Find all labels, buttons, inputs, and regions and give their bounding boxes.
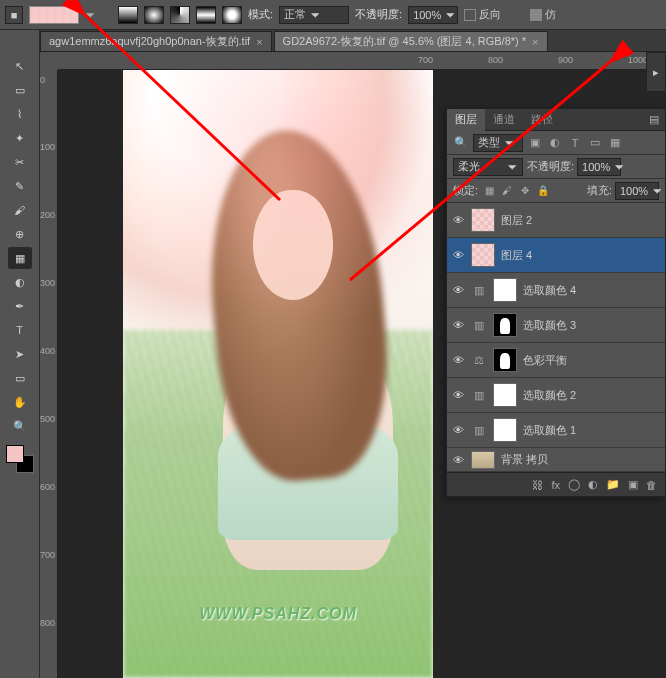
ruler-tick: 800 — [488, 55, 503, 65]
layer-row[interactable]: 👁 ▥ 选取颜色 1 — [447, 413, 665, 448]
mask-thumbnail[interactable] — [493, 383, 517, 407]
zoom-tool-icon[interactable]: 🔍 — [8, 415, 32, 437]
ruler-tick: 800 — [40, 618, 55, 628]
lasso-tool-icon[interactable]: ⌇ — [8, 103, 32, 125]
collapsed-panel-icon[interactable]: ▸ — [646, 52, 666, 92]
filter-type-dropdown[interactable]: 类型⏷ — [473, 134, 523, 152]
color-swatches[interactable] — [6, 445, 34, 473]
mask-thumbnail[interactable] — [493, 278, 517, 302]
stamp-tool-icon[interactable]: ⊕ — [8, 223, 32, 245]
visibility-icon[interactable]: 👁 — [451, 318, 465, 332]
tab-layers[interactable]: 图层 — [447, 109, 485, 131]
filter-adjust-icon[interactable]: ◐ — [547, 135, 563, 151]
move-tool-icon[interactable]: ↖ — [8, 55, 32, 77]
layer-blend-dropdown[interactable]: 柔光⏷ — [453, 158, 523, 176]
eyedropper-tool-icon[interactable]: ✎ — [8, 175, 32, 197]
layer-name[interactable]: 选取颜色 3 — [523, 318, 661, 333]
mask-thumbnail[interactable] — [493, 348, 517, 372]
layer-row[interactable]: 👁 ▥ 选取颜色 4 — [447, 273, 665, 308]
new-layer-icon[interactable]: ▣ — [628, 478, 638, 491]
layer-opacity-field[interactable]: 100%⏷ — [577, 158, 621, 176]
chevron-down-icon: ⏷ — [652, 185, 663, 197]
visibility-icon[interactable]: 👁 — [451, 213, 465, 227]
crop-tool-icon[interactable]: ✂ — [8, 151, 32, 173]
diamond-gradient-icon[interactable] — [222, 6, 242, 24]
document-canvas[interactable]: WWW.PSAHZ.COM — [123, 70, 433, 678]
new-group-icon[interactable]: 📁 — [606, 478, 620, 491]
new-adjustment-icon[interactable]: ◐ — [588, 478, 598, 491]
lock-position-icon[interactable]: ✥ — [518, 184, 532, 198]
layer-name[interactable]: 选取颜色 1 — [523, 423, 661, 438]
mask-thumbnail[interactable] — [493, 313, 517, 337]
lock-all-icon[interactable]: 🔒 — [536, 184, 550, 198]
close-icon[interactable]: × — [532, 36, 538, 48]
panel-tabs: 图层 通道 路径 ▤ — [447, 109, 665, 131]
layer-name[interactable]: 图层 4 — [501, 248, 661, 263]
layer-row[interactable]: 👁 ▥ 选取颜色 2 — [447, 378, 665, 413]
visibility-icon[interactable]: 👁 — [451, 388, 465, 402]
layer-row[interactable]: 👁 ⚖ 色彩平衡 — [447, 343, 665, 378]
lock-transparency-icon[interactable]: ▦ — [482, 184, 496, 198]
wand-tool-icon[interactable]: ✦ — [8, 127, 32, 149]
layer-name[interactable]: 色彩平衡 — [523, 353, 661, 368]
angle-gradient-icon[interactable] — [170, 6, 190, 24]
add-mask-icon[interactable]: ◯ — [568, 478, 580, 491]
ruler-tick: 0 — [40, 75, 45, 85]
filter-type-icon[interactable]: T — [567, 135, 583, 151]
tab-label: agw1emmz6aquvfj20gh0p0nan-恢复的.tif — [49, 34, 250, 49]
fill-field[interactable]: 100%⏷ — [615, 182, 659, 200]
opacity-field[interactable]: 100%⏷ — [408, 6, 458, 24]
layer-row[interactable]: 👁 ▥ 选取颜色 3 — [447, 308, 665, 343]
filter-shape-icon[interactable]: ▭ — [587, 135, 603, 151]
reverse-checkbox[interactable]: 反向 — [464, 6, 524, 24]
foreground-color-swatch[interactable] — [6, 445, 24, 463]
layer-thumbnail[interactable] — [471, 208, 495, 232]
layer-row[interactable]: 👁 背景 拷贝 — [447, 448, 665, 472]
close-icon[interactable]: × — [256, 36, 262, 48]
mask-thumbnail[interactable] — [493, 418, 517, 442]
filter-image-icon[interactable]: ▣ — [527, 135, 543, 151]
layer-name[interactable]: 图层 2 — [501, 213, 661, 228]
gradient-tool-icon[interactable]: ▦ — [8, 247, 32, 269]
layer-row[interactable]: 👁 图层 4 — [447, 238, 665, 273]
delete-layer-icon[interactable]: 🗑 — [646, 479, 657, 491]
tab-paths[interactable]: 路径 — [523, 109, 561, 131]
layer-row[interactable]: 👁 图层 2 — [447, 203, 665, 238]
path-tool-icon[interactable]: ➤ — [8, 343, 32, 365]
pen-tool-icon[interactable]: ✒ — [8, 295, 32, 317]
visibility-icon[interactable]: 👁 — [451, 248, 465, 262]
type-tool-icon[interactable]: T — [8, 319, 32, 341]
ruler-tick: 900 — [558, 55, 573, 65]
visibility-icon[interactable]: 👁 — [451, 423, 465, 437]
reflected-gradient-icon[interactable] — [196, 6, 216, 24]
blur-tool-icon[interactable]: ◐ — [8, 271, 32, 293]
dither-checkbox[interactable]: 仿 — [530, 6, 590, 24]
brush-tool-icon[interactable]: 🖌 — [8, 199, 32, 221]
layer-thumbnail[interactable] — [471, 243, 495, 267]
layer-name[interactable]: 选取颜色 4 — [523, 283, 661, 298]
marquee-tool-icon[interactable]: ▭ — [8, 79, 32, 101]
linear-gradient-icon[interactable] — [118, 6, 138, 24]
layer-name[interactable]: 背景 拷贝 — [501, 452, 661, 467]
tab-channels[interactable]: 通道 — [485, 109, 523, 131]
visibility-icon[interactable]: 👁 — [451, 353, 465, 367]
layer-fx-icon[interactable]: fx — [551, 479, 560, 491]
visibility-icon[interactable]: 👁 — [451, 453, 465, 467]
gradient-tool-icon[interactable]: ■ — [5, 6, 23, 24]
radial-gradient-icon[interactable] — [144, 6, 164, 24]
search-icon[interactable]: 🔍 — [453, 135, 469, 151]
filter-smart-icon[interactable]: ▦ — [607, 135, 623, 151]
document-tab-1[interactable]: agw1emmz6aquvfj20gh0p0nan-恢复的.tif × — [40, 31, 272, 51]
lock-pixels-icon[interactable]: 🖌 — [500, 184, 514, 198]
document-tab-2[interactable]: GD2A9672-恢复的.tif @ 45.6% (图层 4, RGB/8*) … — [274, 31, 548, 51]
layer-name[interactable]: 选取颜色 2 — [523, 388, 661, 403]
layer-thumbnail[interactable] — [471, 451, 495, 469]
hand-tool-icon[interactable]: ✋ — [8, 391, 32, 413]
visibility-icon[interactable]: 👁 — [451, 283, 465, 297]
blend-mode-dropdown[interactable]: 正常⏷ — [279, 6, 349, 24]
link-layers-icon[interactable]: ⛓ — [532, 479, 543, 491]
shape-tool-icon[interactable]: ▭ — [8, 367, 32, 389]
gradient-swatch[interactable] — [29, 6, 79, 24]
dropdown-arrow-icon[interactable]: ⏷ — [85, 9, 96, 21]
panel-menu-icon[interactable]: ▤ — [643, 113, 665, 126]
